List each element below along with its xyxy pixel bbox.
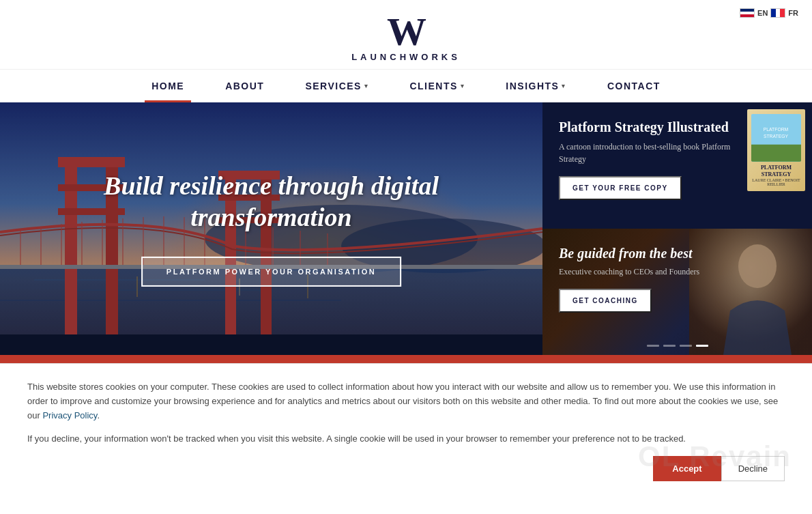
lang-fr-label[interactable]: FR [788,9,798,17]
panel-book-title: Platform Strategy Illustrated [559,119,796,135]
nav-item-insights[interactable]: INSIGHTS ▾ [485,70,587,102]
cookie-text-2: If you decline, your information won't b… [27,432,785,446]
cookie-notice: This website stores cookies on your comp… [0,363,812,495]
panel-book-content: Platform Strategy Illustrated A cartoon … [559,119,796,200]
panel-coaching-content: Be guided from the best Executive coachi… [559,245,796,313]
panel-coaching: Be guided from the best Executive coachi… [542,229,812,355]
nav-item-contact[interactable]: CONTACT [587,70,681,102]
nav-item-clients[interactable]: CLIENTS ▾ [389,70,485,102]
chevron-down-icon: ▾ [461,83,465,89]
get-coaching-button[interactable]: GET COACHING [559,289,652,313]
nav-insights-label: INSIGHTS [506,81,559,91]
flag-en-icon [740,8,755,18]
cookie-main-text: This website stores cookies on your comp… [27,382,778,420]
logo-area: W LAUNCHWORKS [351,12,461,62]
hero-section: Build resilience through digital transfo… [0,102,812,355]
carousel-dot-3[interactable] [680,345,692,347]
header: EN FR W LAUNCHWORKS [0,0,812,69]
carousel-dot-2[interactable] [663,345,676,347]
cookie-accept-button[interactable]: Accept [653,456,721,481]
cookie-text-1: This website stores cookies on your comp… [27,380,785,423]
panel-book-description: A cartoon introduction to best-selling b… [559,141,796,165]
cookie-decline-button[interactable]: Decline [721,456,785,481]
logo-letter[interactable]: W [387,12,425,52]
nav-services-label: SERVICES [305,81,362,91]
nav-about-label: ABOUT [225,81,264,91]
hero-content: Build resilience through digital transfo… [41,171,502,287]
logo-name[interactable]: LAUNCHWORKS [351,52,461,62]
hero-left-panel: Build resilience through digital transfo… [0,102,542,355]
flag-fr-icon [770,8,785,18]
hero-right-panels: Platform Strategy Illustrated A cartoon … [542,102,812,355]
panel-coaching-description: Executive coaching to CEOs and Founders [559,266,796,278]
nav-item-about[interactable]: ABOUT [205,70,285,102]
hero-title: Build resilience through digital transfo… [41,171,502,233]
carousel-dot-1[interactable] [647,345,659,347]
nav-home-label: HOME [151,81,184,91]
chevron-down-icon: ▾ [364,83,369,89]
panel-book: Platform Strategy Illustrated A cartoon … [542,102,812,229]
get-free-copy-button[interactable]: GET YOUR FREE COPY [559,176,682,200]
carousel-dots [542,339,812,349]
panel-coaching-title: Be guided from the best [559,245,796,261]
nav-clients-label: CLIENTS [409,81,457,91]
lang-en-label[interactable]: EN [757,9,768,17]
red-divider [0,355,812,363]
hero-cta-button[interactable]: PLATFORM POWER YOUR ORGANISATION [141,257,401,287]
navbar: HOME ABOUT SERVICES ▾ CLIENTS ▾ INSIGHTS… [0,69,812,102]
privacy-policy-link[interactable]: Privacy Policy [42,410,97,420]
cookie-buttons: Accept Decline [27,456,785,481]
carousel-dot-4[interactable] [696,345,708,347]
nav-item-home[interactable]: HOME [131,70,205,102]
nav-contact-label: CONTACT [607,81,661,91]
language-switcher: EN FR [740,8,798,18]
chevron-down-icon: ▾ [562,83,566,89]
nav-item-services[interactable]: SERVICES ▾ [285,70,389,102]
